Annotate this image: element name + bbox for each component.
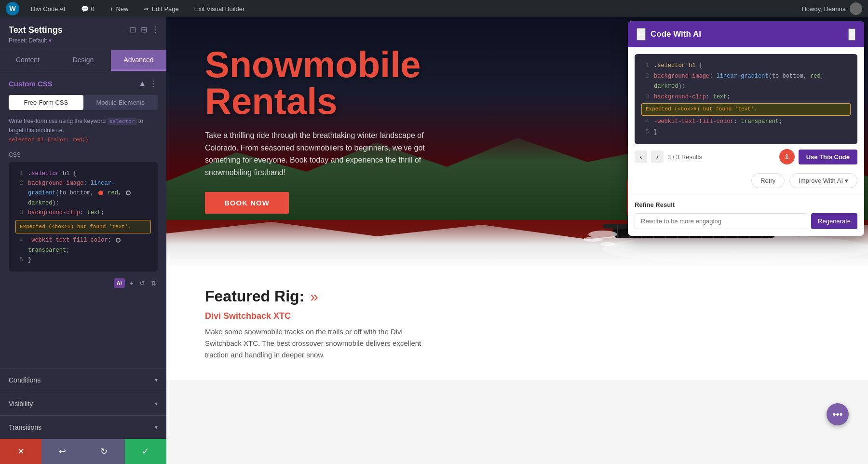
sidebar: Text Settings Preset: Default ▾ ⊡ ⊞ ⋮ Co… (0, 17, 166, 464)
exit-builder-bar-item[interactable]: Exit Visual Builder (190, 0, 249, 17)
edit-page-bar-item[interactable]: ✏ Edit Page (140, 0, 182, 17)
ai-action-buttons: Retry Improve With AI ▾ (628, 169, 864, 194)
code-editor[interactable]: 1 .selector h1 { 2 background-image: lin… (9, 162, 158, 272)
conditions-title: Conditions (9, 376, 41, 384)
conditions-arrow: ▾ (155, 377, 158, 383)
edit-page-label: Edit Page (151, 5, 178, 13)
section-controls: ▲ ⋮ (138, 79, 158, 88)
visibility-title: Visibility (9, 400, 33, 408)
ai-code-line-3: 3 background-clip: text; (641, 92, 851, 103)
ai-code-line-1: 1 .selector h1 { (641, 61, 851, 71)
save-button[interactable]: ✓ (125, 439, 166, 464)
code-line-2b: gradient(to bottom, red, (15, 188, 151, 198)
ai-panel: ↩ Code With AI × 1 .selector h1 { 2 back… (628, 21, 864, 236)
add-code-button[interactable]: + (129, 278, 135, 288)
use-this-code-button[interactable]: Use This Code (799, 150, 857, 164)
tab-design[interactable]: Design (55, 50, 111, 71)
code-line-3: 3 background-clip: text; (15, 208, 151, 218)
featured-header: Featured Rig: » (205, 287, 829, 305)
conditions-section: Conditions ▾ (0, 368, 166, 392)
transitions-arrow: ▾ (155, 424, 158, 431)
featured-rig-title: Featured Rig: (205, 287, 304, 305)
howdy-section: Howdy, Deanna (801, 2, 862, 15)
exit-builder-label: Exit Visual Builder (194, 5, 245, 13)
howdy-text: Howdy, Deanna (801, 5, 846, 13)
tab-content[interactable]: Content (0, 50, 55, 71)
tab-advanced[interactable]: Advanced (111, 50, 166, 71)
transitions-header[interactable]: Transitions ▾ (9, 423, 158, 431)
undo-button[interactable]: ↩ (41, 439, 83, 464)
new-icon: + (110, 5, 114, 13)
hero-subtitle: Take a thrilling ride through the breath… (205, 129, 456, 178)
sub-tab-module-elements[interactable]: Module Elements (83, 95, 158, 110)
ai-refine-input[interactable] (635, 213, 807, 229)
ai-panel-title: Code With AI (651, 29, 843, 39)
sub-tabs: Free-Form CSS Module Elements (9, 95, 158, 110)
reset-code-button[interactable]: ↺ (138, 278, 146, 288)
cancel-button[interactable]: ✕ (0, 439, 41, 464)
ai-code-line-2b: darkred); (641, 82, 851, 92)
ai-tool-button[interactable]: AI (114, 278, 125, 288)
ai-result-badge: 1 (779, 149, 795, 164)
visibility-header[interactable]: Visibility ▾ (9, 400, 158, 408)
custom-css-section-header: Custom CSS ▲ ⋮ (9, 79, 158, 88)
site-name: Divi Code AI (31, 5, 66, 13)
avatar (850, 2, 862, 15)
admin-bar: W Divi Code AI 💬 0 + New ✏ Edit Page Exi… (0, 0, 868, 17)
ai-nav-bar: ‹ › 3 / 3 Results 1 Use This Code (628, 144, 864, 169)
sidebar-expand-icon[interactable]: ⊡ (130, 25, 136, 34)
code-toolbar: AI + ↺ ⇅ (9, 276, 158, 288)
visibility-section: Visibility ▾ (0, 392, 166, 415)
code-line-2: 2 background-image: linear- (15, 178, 151, 188)
sidebar-layout-icon[interactable]: ⊞ (141, 25, 147, 34)
ai-refine-title: Refine Result (635, 201, 857, 208)
conditions-header[interactable]: Conditions ▾ (9, 376, 158, 384)
ai-refine-section: Refine Result Regenerate (628, 194, 864, 236)
code-error-box: Expected (<box>#) but found 'text'. (15, 220, 151, 234)
featured-rig-description: Make some snowmobile tracks on the trail… (205, 326, 427, 361)
sidebar-header-actions: ⊡ ⊞ ⋮ (130, 25, 160, 34)
code-line-4: 4 -webkit-text-fill-color: transparent; (15, 235, 151, 255)
ai-results-count: 3 / 3 Results (667, 153, 775, 161)
tabs-bar: Content Design Advanced (0, 50, 166, 71)
keyword-selector: selector (108, 118, 137, 125)
ai-panel-header: ↩ Code With AI × (628, 21, 864, 47)
fab-button[interactable]: ••• (827, 403, 849, 425)
page-canvas: Snowmobile Rentals Take a thrilling ride… (166, 17, 868, 464)
featured-icon: » (310, 288, 318, 305)
options-icon[interactable]: ⋮ (150, 79, 158, 88)
svg-point-29 (583, 237, 603, 242)
sidebar-header-container: Text Settings Preset: Default ▾ ⊡ ⊞ ⋮ (0, 17, 166, 50)
ai-panel-back-button[interactable]: ↩ (637, 28, 646, 41)
collapse-icon[interactable]: ▲ (138, 79, 146, 88)
edit-icon: ✏ (144, 5, 149, 13)
retry-button[interactable]: Retry (751, 173, 785, 188)
new-bar-item[interactable]: + New (106, 0, 133, 17)
transitions-title: Transitions (9, 423, 41, 431)
ai-regenerate-button[interactable]: Regenerate (811, 213, 857, 229)
ai-next-result-button[interactable]: › (651, 150, 664, 163)
site-name-bar-item[interactable]: Divi Code AI (27, 0, 69, 17)
redo-button[interactable]: ↻ (83, 439, 125, 464)
sidebar-bottom-bar: ✕ ↩ ↻ ✓ (0, 439, 166, 464)
ai-panel-close-button[interactable]: × (848, 28, 855, 41)
css-info-text: Write free-form css using the keyword se… (9, 117, 158, 145)
code-line-1: 1 .selector h1 { (15, 169, 151, 178)
comment-count: 0 (91, 5, 95, 13)
comments-bar-item[interactable]: 💬 0 (77, 0, 98, 17)
css-label: CSS (9, 151, 158, 158)
improve-with-ai-button[interactable]: Improve With AI ▾ (789, 173, 857, 188)
ai-code-line-5: 5 } (641, 127, 851, 138)
featured-rig-name: Divi Switchback XTC (205, 311, 829, 321)
svg-point-30 (600, 242, 615, 246)
sub-tab-freeform[interactable]: Free-Form CSS (9, 95, 83, 110)
sidebar-more-icon[interactable]: ⋮ (152, 25, 160, 34)
ai-prev-result-button[interactable]: ‹ (635, 150, 647, 163)
wp-logo[interactable]: W (6, 2, 19, 15)
ai-code-line-4: 4 -webkit-text-fill-color: transparent; (641, 117, 851, 127)
ai-code-line-2: 2 background-image: linear-gradient(to b… (641, 71, 851, 82)
book-now-button[interactable]: BOOK NOW (205, 192, 289, 214)
svg-point-0 (603, 234, 868, 263)
sort-code-button[interactable]: ⇅ (150, 278, 158, 288)
ai-code-display: 1 .selector h1 { 2 background-image: lin… (635, 54, 857, 144)
